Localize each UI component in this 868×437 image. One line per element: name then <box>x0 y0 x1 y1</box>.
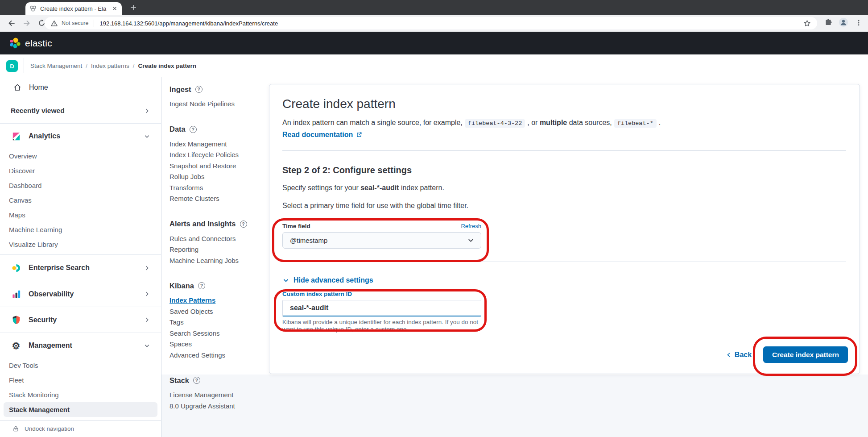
custom-id-input[interactable] <box>282 300 481 316</box>
nav-item-index-management[interactable]: Index Management <box>169 139 265 150</box>
back-button[interactable]: Back <box>726 351 752 359</box>
home-icon <box>12 83 23 92</box>
management-items: Dev Tools Fleet Stack Monitoring Stack M… <box>0 358 161 420</box>
sidebar-item-machine-learning[interactable]: Machine Learning <box>0 222 161 237</box>
chevron-left-icon <box>726 352 732 358</box>
nav-item-search-sessions[interactable]: Search Sessions <box>169 328 265 339</box>
nav-item-snapshot-and-restore[interactable]: Snapshot and Restore <box>169 161 265 172</box>
nav-item-saved-objects[interactable]: Saved Objects <box>169 306 265 317</box>
nav-group-kibana: Kibana ? Index Patterns Saved Objects Ta… <box>169 280 265 361</box>
refresh-link[interactable]: Refresh <box>461 223 481 229</box>
time-field-select[interactable]: @timestamp <box>282 232 481 249</box>
help-circle-icon[interactable]: ? <box>240 221 247 228</box>
sidebar-item-canvas[interactable]: Canvas <box>0 193 161 208</box>
tab-close-icon[interactable] <box>112 5 118 12</box>
lock-icon <box>12 425 19 432</box>
nav-item-ingest-node-pipelines[interactable]: Ingest Node Pipelines <box>169 99 265 110</box>
address-bar[interactable]: Not secure 192.168.164.132:5601/app/mana… <box>45 17 817 29</box>
elastic-favicon-icon <box>29 5 37 12</box>
browser-tab[interactable]: Create index pattern - Ela <box>25 2 122 15</box>
not-secure-warning-icon <box>51 20 58 27</box>
new-tab-button[interactable] <box>129 3 138 12</box>
sidebar-section-observability[interactable]: Observability <box>0 281 161 307</box>
help-circle-icon[interactable]: ? <box>198 282 205 289</box>
sidebar-item-dev-tools[interactable]: Dev Tools <box>0 358 161 373</box>
nav-group-title: Data <box>169 125 186 133</box>
nav-group-title: Alerts and Insights <box>169 220 236 228</box>
space-avatar[interactable]: D <box>6 60 18 72</box>
profile-avatar[interactable] <box>839 17 848 27</box>
undock-navigation[interactable]: Undock navigation <box>0 420 161 437</box>
pattern-name: seal-*-audit <box>360 184 399 191</box>
help-circle-icon[interactable]: ? <box>190 126 197 133</box>
sidebar-item-fleet[interactable]: Fleet <box>0 373 161 387</box>
sidebar-section-analytics[interactable]: Analytics <box>0 124 161 149</box>
breadcrumb-divider <box>24 58 24 73</box>
sidebar-section-enterprise-search[interactable]: Enterprise Search <box>0 254 161 281</box>
enterprise-search-icon <box>11 263 21 273</box>
help-circle-icon[interactable]: ? <box>195 86 203 93</box>
code-example-multiple: filebeat-* <box>614 119 657 128</box>
sidebar-section-management[interactable]: ⚙ Management <box>0 333 161 358</box>
sidebar-section-security[interactable]: Security <box>0 307 161 333</box>
nav-item-remote-clusters[interactable]: Remote Clusters <box>169 193 265 204</box>
section-divider <box>282 150 846 151</box>
sidebar-item-overview[interactable]: Overview <box>0 149 161 163</box>
nav-item-machine-learning-jobs[interactable]: Machine Learning Jobs <box>169 255 265 266</box>
nav-group-title: Stack <box>169 376 189 385</box>
nav-item-rollup-jobs[interactable]: Rollup Jobs <box>169 171 265 183</box>
url-text: 192.168.164.132:5601/app/management/kiba… <box>99 20 278 27</box>
create-index-pattern-button[interactable]: Create index pattern <box>763 346 848 363</box>
nav-item-advanced-settings[interactable]: Advanced Settings <box>169 350 265 361</box>
elastic-header: elastic <box>0 32 868 54</box>
bookmark-star-icon[interactable] <box>803 20 811 27</box>
step-heading: Step 2 of 2: Configure settings <box>282 165 846 175</box>
intro-text: An index pattern can match a single sour… <box>282 117 846 129</box>
nav-item-transforms[interactable]: Transforms <box>169 183 265 194</box>
sidebar-item-maps[interactable]: Maps <box>0 208 161 222</box>
nav-item-index-patterns[interactable]: Index Patterns <box>169 295 265 306</box>
chevron-right-icon <box>144 108 150 114</box>
nav-item-upgrade-assistant[interactable]: 8.0 Upgrade Assistant <box>169 401 265 412</box>
browser-tab-bar: Create index pattern - Ela <box>0 0 868 15</box>
extensions-puzzle-icon[interactable] <box>824 18 832 26</box>
hide-advanced-settings-toggle[interactable]: Hide advanced settings <box>282 276 398 284</box>
external-link-icon <box>356 132 362 138</box>
sidebar-item-dashboard[interactable]: Dashboard <box>0 178 161 193</box>
help-circle-icon[interactable]: ? <box>193 377 200 384</box>
chevron-down-icon <box>282 277 289 284</box>
forward-icon[interactable] <box>23 19 31 27</box>
back-icon[interactable] <box>8 19 16 27</box>
screen: Create index pattern - Ela Not secure 19… <box>0 0 868 437</box>
sidebar-recently-viewed[interactable]: Recently viewed <box>0 98 161 124</box>
nav-item-tags[interactable]: Tags <box>169 317 265 328</box>
sidebar-item-visualize-library[interactable]: Visualize Library <box>0 237 161 252</box>
browser-menu-kebab-icon[interactable] <box>855 19 862 26</box>
nav-item-index-lifecycle-policies[interactable]: Index Lifecycle Policies <box>169 150 265 161</box>
custom-id-help-text: Kibana will provide a unique identifier … <box>282 319 488 333</box>
breadcrumb: Stack Management / Index patterns / Crea… <box>30 54 196 77</box>
chevron-down-icon <box>467 237 475 244</box>
read-documentation-link[interactable]: Read documentation <box>282 130 362 140</box>
nav-item-license-management[interactable]: License Management <box>169 390 265 401</box>
code-example-single: filebeat-4-3-22 <box>465 119 525 128</box>
sidebar-item-stack-management[interactable]: Stack Management <box>4 402 157 417</box>
sidebar-item-discover[interactable]: Discover <box>0 163 161 178</box>
nav-item-spaces[interactable]: Spaces <box>169 339 265 350</box>
page-title: Create index pattern <box>282 97 846 111</box>
nav-group-title: Ingest <box>169 85 191 94</box>
breadcrumb-index-patterns[interactable]: Index patterns <box>91 62 129 69</box>
breadcrumb-current: Create index pattern <box>138 62 196 69</box>
security-shield-icon <box>11 315 21 325</box>
time-field-header: Time field Refresh <box>282 223 481 229</box>
sidebar-item-home[interactable]: Home <box>0 77 161 98</box>
chevron-right-icon <box>144 265 150 271</box>
nav-item-rules-and-connectors[interactable]: Rules and Connectors <box>169 233 265 245</box>
sidebar-item-stack-monitoring[interactable]: Stack Monitoring <box>0 387 161 402</box>
management-nav: Ingest ? Ingest Node Pipelines Data ? In… <box>169 77 265 426</box>
breadcrumb-stack-management[interactable]: Stack Management <box>30 62 82 69</box>
nav-item-reporting[interactable]: Reporting <box>169 244 265 255</box>
create-index-pattern-panel: Create index pattern An index pattern ca… <box>269 84 860 374</box>
nav-group-title: Kibana <box>169 282 194 290</box>
chevron-right-icon <box>144 316 150 323</box>
